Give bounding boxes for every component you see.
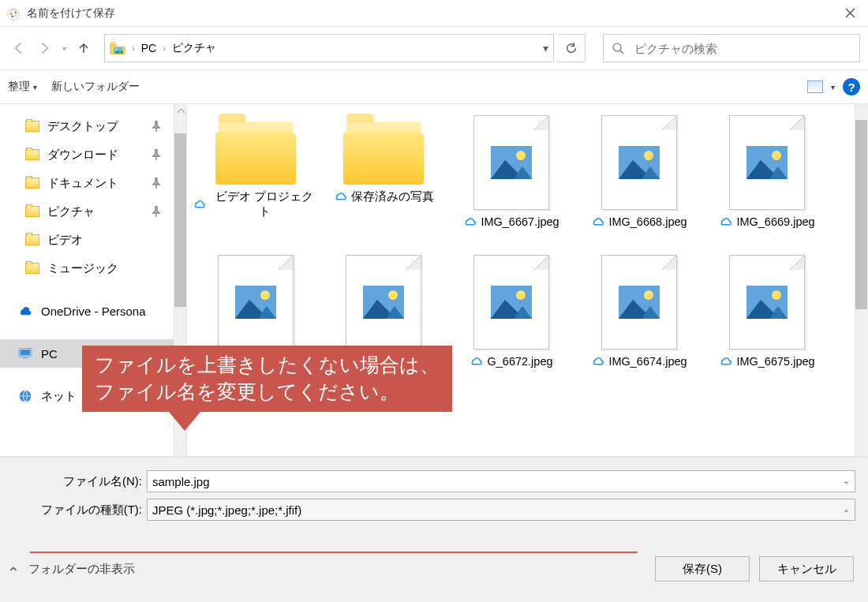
file-item[interactable]: IMG_6667.jpeg [447, 115, 575, 230]
tree-item-OneDrive - Persona[interactable]: OneDrive - Persona [0, 297, 174, 325]
svg-rect-5 [111, 43, 116, 45]
folder-icon [25, 206, 39, 217]
annotation-line2: ファイル名を変更してください。 [95, 379, 440, 406]
file-item[interactable]: IMG_6668.jpeg [575, 115, 703, 230]
tree-item-デスクトップ[interactable]: デスクトップ [0, 112, 174, 140]
image-file-icon [729, 255, 805, 350]
organize-menu[interactable]: 整理 ▾ [8, 80, 37, 94]
file-item[interactable]: IMG_6674.jpeg [575, 255, 703, 369]
tree-item-ビデオ[interactable]: ビデオ [0, 226, 174, 254]
search-input[interactable] [633, 41, 851, 56]
tree-item-ドキュメント[interactable]: ドキュメント [0, 169, 174, 197]
address-dropdown-icon[interactable]: ▾ [543, 42, 548, 54]
collapse-folders-icon[interactable] [8, 563, 19, 574]
tree-item-label: ドキュメント [47, 176, 118, 191]
file-label: IMG_6674.jpeg [591, 354, 687, 369]
toolbar: 整理 ▾ 新しいフォルダー ▾ ? [0, 69, 868, 104]
filename-dropdown-icon[interactable]: ⌄ [843, 476, 850, 486]
file-area-scrollbar[interactable] [855, 104, 868, 456]
breadcrumb-pc[interactable]: PC [141, 42, 156, 54]
svg-point-8 [613, 43, 621, 51]
folder-icon [25, 234, 39, 245]
image-file-icon [473, 115, 549, 210]
scroll-up-icon[interactable] [174, 104, 188, 118]
folder-icon [25, 149, 39, 160]
file-item[interactable]: IMG_6669.jpeg [703, 115, 831, 230]
pictures-folder-icon [110, 41, 125, 55]
onedrive-icon [17, 305, 33, 316]
file-item[interactable]: 保存済みの写真 [320, 115, 447, 230]
window-title: 名前を付けて保存 [27, 6, 115, 21]
network-icon [17, 389, 33, 403]
tree-item-ピクチャ[interactable]: ピクチャ [0, 197, 174, 226]
cloud-icon [470, 357, 484, 366]
nav-recent-button[interactable]: ▾ [58, 37, 69, 59]
button-bar: フォルダーの非表示 保存(S) キャンセル [0, 536, 868, 602]
help-button[interactable]: ? [843, 78, 860, 95]
tree-item-label: ビデオ [47, 233, 83, 248]
svg-rect-10 [21, 350, 31, 355]
filename-label: ファイル名(N): [13, 474, 147, 489]
nav-bar: ▾ › PC › ピクチャ ▾ [0, 27, 868, 69]
file-item[interactable]: G_6672.jpeg [447, 255, 575, 369]
file-label: ビデオ プロジェクト [193, 189, 319, 219]
cloud-icon [334, 192, 348, 201]
filename-input[interactable]: sample.jpg ⌄ [147, 470, 855, 492]
chevron-down-icon: ▾ [831, 83, 835, 92]
breadcrumb-pictures[interactable]: ピクチャ [172, 41, 216, 55]
filename-value: sample.jpg [152, 475, 210, 488]
save-button[interactable]: 保存(S) [655, 556, 750, 581]
file-label: G_6672.jpeg [470, 354, 552, 369]
annotation-callout: ファイルを上書きしたくない場合は、 ファイル名を変更してください。 [82, 346, 452, 431]
nav-forward-button[interactable] [33, 37, 55, 59]
filetype-select[interactable]: JPEG (*.jpg;*.jpeg;*.jpe;*.jfif) ⌄ [147, 499, 855, 521]
image-file-icon [346, 255, 421, 350]
nav-back-button[interactable] [8, 37, 30, 59]
annotation-arrow-icon [169, 412, 200, 431]
close-button[interactable] [832, 0, 868, 27]
form-area: ファイル名(N): sample.jpg ⌄ ファイルの種類(T): JPEG … [0, 457, 868, 536]
file-item[interactable]: IMG_6675.jpeg [703, 255, 831, 369]
title-bar: 名前を付けて保存 [0, 0, 868, 27]
scroll-thumb[interactable] [174, 133, 186, 307]
new-folder-button[interactable]: 新しいフォルダー [51, 80, 140, 94]
file-label: 保存済みの写真 [334, 189, 434, 204]
search-box[interactable] [603, 34, 860, 62]
svg-point-1 [10, 13, 13, 15]
cloud-icon [463, 217, 477, 226]
cloud-icon [719, 357, 733, 366]
filetype-dropdown-icon[interactable]: ⌄ [843, 504, 850, 514]
cancel-button[interactable]: キャンセル [759, 556, 854, 581]
tree-item-label: PC [41, 347, 58, 361]
tree-item-ミュージック[interactable]: ミュージック [0, 254, 174, 282]
cloud-icon [193, 200, 207, 209]
tree-item-label: ダウンロード [47, 148, 118, 163]
folder-icon [212, 115, 299, 185]
search-icon [612, 42, 625, 55]
pc-icon [17, 347, 33, 360]
file-item[interactable]: ビデオ プロジェクト [192, 115, 320, 230]
svg-point-7 [115, 48, 118, 50]
cloud-icon [591, 217, 605, 226]
image-file-icon [729, 115, 805, 210]
view-mode-button[interactable]: ▾ [807, 80, 835, 93]
nav-up-button[interactable] [73, 37, 95, 59]
new-folder-label: 新しいフォルダー [51, 80, 140, 94]
image-file-icon [601, 115, 677, 210]
svg-point-2 [11, 15, 13, 17]
scroll-thumb[interactable] [855, 120, 867, 309]
cloud-icon [591, 357, 605, 366]
cloud-icon [719, 217, 733, 226]
svg-rect-11 [23, 357, 28, 359]
file-label: IMG_6667.jpeg [463, 215, 559, 230]
folder-icon [25, 121, 39, 132]
refresh-button[interactable] [557, 34, 586, 62]
address-bar[interactable]: › PC › ピクチャ ▾ [104, 34, 554, 62]
chevron-down-icon: ▾ [33, 83, 37, 92]
file-label: IMG_6669.jpeg [719, 215, 814, 230]
folder-icon [25, 178, 39, 189]
hide-folders-link[interactable]: フォルダーの非表示 [28, 562, 135, 577]
tree-item-ダウンロード[interactable]: ダウンロード [0, 140, 174, 169]
pin-icon [152, 206, 161, 217]
file-label: IMG_6668.jpeg [591, 215, 687, 230]
